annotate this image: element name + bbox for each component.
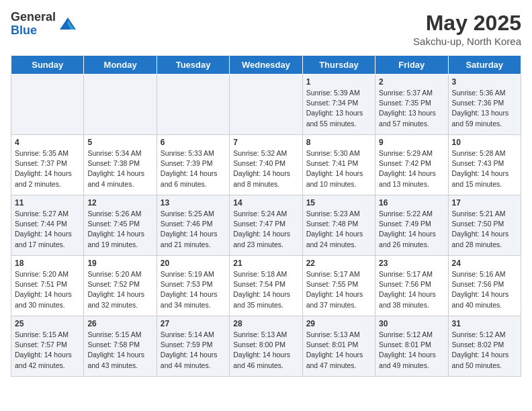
main-title: May 2025 — [413, 11, 521, 36]
calendar-cell: 16Sunrise: 5:22 AMSunset: 7:49 PMDayligh… — [375, 195, 448, 256]
day-number: 8 — [306, 138, 371, 147]
day-header-monday: Monday — [84, 56, 157, 75]
calendar-cell: 29Sunrise: 5:13 AMSunset: 8:01 PMDayligh… — [302, 316, 375, 377]
calendar-week-row: 25Sunrise: 5:15 AMSunset: 7:57 PMDayligh… — [11, 316, 521, 377]
day-header-saturday: Saturday — [448, 56, 521, 75]
calendar-cell: 13Sunrise: 5:25 AMSunset: 7:46 PMDayligh… — [157, 195, 229, 256]
day-number: 26 — [87, 319, 152, 328]
day-info: Sunrise: 5:25 AMSunset: 7:46 PMDaylight:… — [161, 209, 226, 250]
day-header-wednesday: Wednesday — [230, 56, 302, 75]
day-info: Sunrise: 5:12 AMSunset: 8:02 PMDaylight:… — [452, 330, 517, 371]
day-number: 22 — [306, 259, 371, 268]
logo-general-text: General — [11, 11, 56, 24]
day-info: Sunrise: 5:15 AMSunset: 7:58 PMDaylight:… — [87, 330, 152, 371]
day-info: Sunrise: 5:35 AMSunset: 7:37 PMDaylight:… — [15, 148, 80, 189]
day-info: Sunrise: 5:24 AMSunset: 7:47 PMDaylight:… — [233, 209, 298, 250]
day-info: Sunrise: 5:26 AMSunset: 7:45 PMDaylight:… — [87, 209, 152, 250]
day-info: Sunrise: 5:23 AMSunset: 7:48 PMDaylight:… — [306, 209, 371, 250]
logo: General Blue — [11, 11, 77, 38]
day-number: 20 — [161, 259, 226, 268]
day-number: 17 — [452, 198, 517, 208]
day-info: Sunrise: 5:39 AMSunset: 7:34 PMDaylight:… — [306, 88, 371, 129]
day-info: Sunrise: 5:34 AMSunset: 7:38 PMDaylight:… — [87, 148, 152, 189]
day-header-thursday: Thursday — [302, 56, 375, 75]
day-info: Sunrise: 5:19 AMSunset: 7:53 PMDaylight:… — [161, 269, 226, 310]
day-number: 29 — [306, 319, 371, 328]
calendar-cell: 25Sunrise: 5:15 AMSunset: 7:57 PMDayligh… — [11, 316, 84, 377]
logo-icon — [58, 15, 77, 34]
day-number: 9 — [379, 138, 444, 147]
day-number: 12 — [87, 198, 152, 208]
day-info: Sunrise: 5:21 AMSunset: 7:50 PMDaylight:… — [452, 209, 517, 250]
day-info: Sunrise: 5:16 AMSunset: 7:56 PMDaylight:… — [452, 269, 517, 310]
day-number: 21 — [233, 259, 298, 268]
calendar-cell — [230, 75, 302, 135]
day-info: Sunrise: 5:30 AMSunset: 7:41 PMDaylight:… — [306, 148, 371, 189]
calendar-cell: 9Sunrise: 5:29 AMSunset: 7:42 PMDaylight… — [375, 135, 448, 195]
day-number: 1 — [306, 77, 371, 87]
calendar-cell: 6Sunrise: 5:33 AMSunset: 7:39 PMDaylight… — [157, 135, 229, 195]
calendar-cell: 10Sunrise: 5:28 AMSunset: 7:43 PMDayligh… — [448, 135, 521, 195]
calendar-cell: 8Sunrise: 5:30 AMSunset: 7:41 PMDaylight… — [302, 135, 375, 195]
calendar-cell: 30Sunrise: 5:12 AMSunset: 8:01 PMDayligh… — [375, 316, 448, 377]
day-info: Sunrise: 5:14 AMSunset: 7:59 PMDaylight:… — [161, 330, 226, 371]
day-number: 14 — [233, 198, 298, 208]
day-info: Sunrise: 5:15 AMSunset: 7:57 PMDaylight:… — [15, 330, 80, 371]
day-info: Sunrise: 5:20 AMSunset: 7:52 PMDaylight:… — [87, 269, 152, 310]
day-info: Sunrise: 5:13 AMSunset: 8:00 PMDaylight:… — [233, 330, 298, 371]
day-info: Sunrise: 5:33 AMSunset: 7:39 PMDaylight:… — [161, 148, 226, 189]
calendar-cell: 24Sunrise: 5:16 AMSunset: 7:56 PMDayligh… — [448, 256, 521, 316]
day-info: Sunrise: 5:27 AMSunset: 7:44 PMDaylight:… — [15, 209, 80, 250]
calendar-cell: 28Sunrise: 5:13 AMSunset: 8:00 PMDayligh… — [230, 316, 302, 377]
day-number: 11 — [15, 198, 80, 208]
day-number: 19 — [87, 259, 152, 268]
calendar-cell: 2Sunrise: 5:37 AMSunset: 7:35 PMDaylight… — [375, 75, 448, 135]
day-info: Sunrise: 5:36 AMSunset: 7:36 PMDaylight:… — [452, 88, 517, 129]
calendar-cell: 17Sunrise: 5:21 AMSunset: 7:50 PMDayligh… — [448, 195, 521, 256]
calendar-cell: 5Sunrise: 5:34 AMSunset: 7:38 PMDaylight… — [84, 135, 157, 195]
calendar-cell: 19Sunrise: 5:20 AMSunset: 7:52 PMDayligh… — [84, 256, 157, 316]
calendar-cell: 18Sunrise: 5:20 AMSunset: 7:51 PMDayligh… — [11, 256, 84, 316]
calendar-cell: 7Sunrise: 5:32 AMSunset: 7:40 PMDaylight… — [230, 135, 302, 195]
day-header-tuesday: Tuesday — [157, 56, 229, 75]
calendar-week-row: 18Sunrise: 5:20 AMSunset: 7:51 PMDayligh… — [11, 256, 521, 316]
calendar-week-row: 11Sunrise: 5:27 AMSunset: 7:44 PMDayligh… — [11, 195, 521, 256]
day-info: Sunrise: 5:22 AMSunset: 7:49 PMDaylight:… — [379, 209, 444, 250]
title-block: May 2025 Sakchu-up, North Korea — [413, 11, 521, 47]
logo-blue-text: Blue — [11, 24, 56, 38]
calendar-cell: 1Sunrise: 5:39 AMSunset: 7:34 PMDaylight… — [302, 75, 375, 135]
day-number: 27 — [161, 319, 226, 328]
day-header-sunday: Sunday — [11, 56, 84, 75]
calendar-cell: 27Sunrise: 5:14 AMSunset: 7:59 PMDayligh… — [157, 316, 229, 377]
calendar-cell — [84, 75, 157, 135]
day-number: 24 — [452, 259, 517, 268]
day-info: Sunrise: 5:13 AMSunset: 8:01 PMDaylight:… — [306, 330, 371, 371]
day-number: 16 — [379, 198, 444, 208]
day-number: 13 — [161, 198, 226, 208]
day-header-friday: Friday — [375, 56, 448, 75]
day-info: Sunrise: 5:17 AMSunset: 7:56 PMDaylight:… — [379, 269, 444, 310]
day-number: 4 — [15, 138, 80, 147]
day-number: 23 — [379, 259, 444, 268]
calendar-cell: 22Sunrise: 5:17 AMSunset: 7:55 PMDayligh… — [302, 256, 375, 316]
day-number: 5 — [87, 138, 152, 147]
calendar-cell — [157, 75, 229, 135]
calendar-cell: 26Sunrise: 5:15 AMSunset: 7:58 PMDayligh… — [84, 316, 157, 377]
day-number: 3 — [452, 77, 517, 87]
page-header: General Blue May 2025 Sakchu-up, North K… — [11, 11, 521, 47]
day-number: 30 — [379, 319, 444, 328]
days-header-row: SundayMondayTuesdayWednesdayThursdayFrid… — [11, 56, 521, 75]
calendar-cell: 20Sunrise: 5:19 AMSunset: 7:53 PMDayligh… — [157, 256, 229, 316]
day-info: Sunrise: 5:12 AMSunset: 8:01 PMDaylight:… — [379, 330, 444, 371]
day-number: 15 — [306, 198, 371, 208]
calendar-cell — [11, 75, 84, 135]
day-info: Sunrise: 5:20 AMSunset: 7:51 PMDaylight:… — [15, 269, 80, 310]
calendar-week-row: 4Sunrise: 5:35 AMSunset: 7:37 PMDaylight… — [11, 135, 521, 195]
calendar-cell: 14Sunrise: 5:24 AMSunset: 7:47 PMDayligh… — [230, 195, 302, 256]
day-number: 6 — [161, 138, 226, 147]
day-number: 28 — [233, 319, 298, 328]
day-info: Sunrise: 5:29 AMSunset: 7:42 PMDaylight:… — [379, 148, 444, 189]
day-number: 2 — [379, 77, 444, 87]
day-number: 10 — [452, 138, 517, 147]
day-number: 7 — [233, 138, 298, 147]
